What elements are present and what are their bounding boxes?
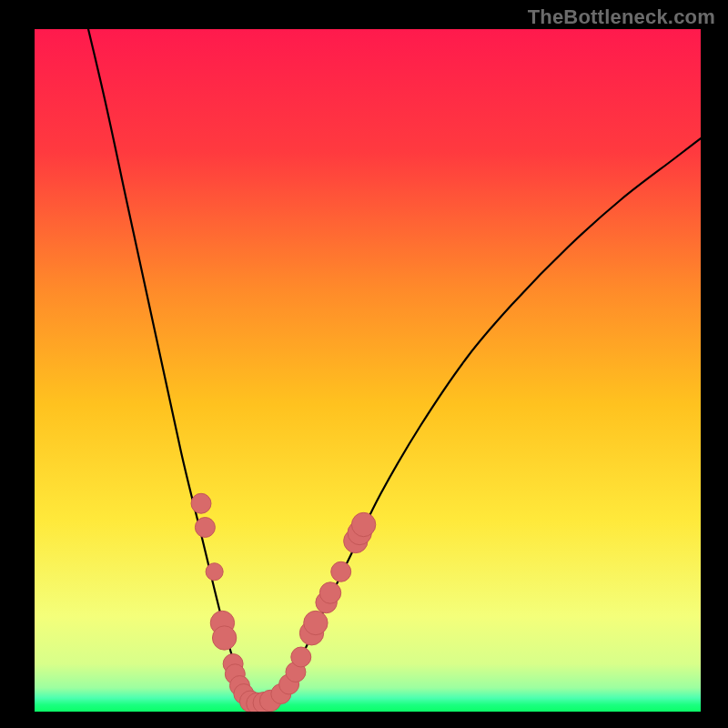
curve-marker [291,647,311,667]
chart-stage: TheBottleneck.com [0,0,728,728]
chart-svg [0,0,728,728]
curve-marker [319,582,340,603]
curve-marker [212,626,236,650]
plot-background [35,29,701,712]
curve-marker [331,561,351,581]
curve-marker [206,563,223,581]
curve-marker [304,611,328,634]
watermark-text: TheBottleneck.com [528,5,715,29]
curve-marker [351,512,375,536]
curve-marker [195,518,215,538]
curve-marker [191,493,211,513]
